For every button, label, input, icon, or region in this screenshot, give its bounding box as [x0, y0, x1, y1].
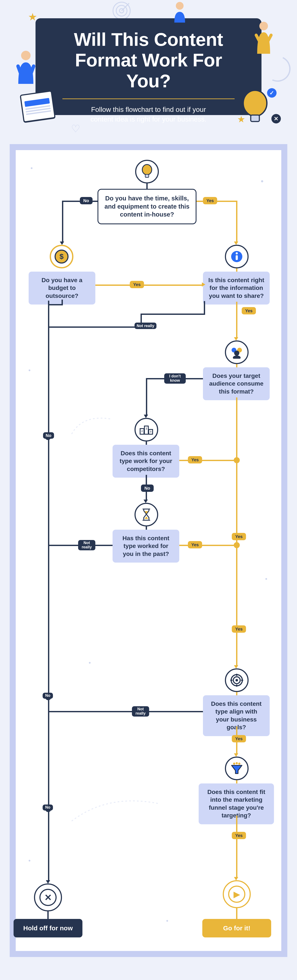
node-audience-text: Does your target audience consume this f… — [209, 372, 263, 395]
svg-point-8 — [259, 22, 268, 30]
node-info: Is this content right for the informatio… — [203, 272, 270, 304]
connector — [146, 378, 147, 416]
arrow-icon — [234, 665, 238, 668]
connector — [236, 302, 237, 338]
heart-bg-icon: ♡ — [71, 123, 80, 135]
node-funnel-text: Does this content fit into the marketing… — [207, 789, 265, 819]
arrow-icon — [202, 282, 205, 287]
svg-text:$: $ — [60, 252, 64, 261]
connector — [47, 912, 49, 919]
star-icon: ★ — [28, 11, 37, 23]
arrow-icon — [234, 242, 238, 245]
cross-icon: ✕ — [39, 889, 57, 906]
connector — [236, 200, 237, 243]
node-competitors: Does this content type work for your com… — [113, 445, 179, 477]
target-icon — [225, 668, 249, 692]
check-badge-icon: ✓ — [267, 88, 276, 98]
bg-dot — [29, 369, 30, 371]
connector — [236, 816, 237, 878]
bg-squiggle — [70, 791, 162, 826]
svg-point-18 — [236, 252, 238, 255]
big-lightbulb-icon — [239, 88, 271, 133]
info-icon — [225, 245, 249, 268]
node-start: Do you have the time, skills, and equipm… — [97, 189, 196, 224]
svg-rect-19 — [236, 255, 238, 260]
label-idk: I don't know — [164, 373, 186, 383]
subtitle-line-2: content idea is right for your business. — [91, 115, 207, 123]
svg-point-23 — [233, 355, 241, 359]
outcome-go-text: Go for it! — [223, 924, 251, 932]
connector — [204, 301, 205, 315]
connector — [49, 711, 203, 712]
arrow-icon — [144, 500, 148, 503]
arrow-icon — [234, 337, 238, 340]
person-left-icon — [12, 49, 40, 89]
outcome-go: Go for it! — [202, 919, 271, 937]
people-group-icon — [225, 340, 249, 364]
connector — [62, 200, 63, 243]
bg-squiggle — [70, 412, 113, 438]
node-audience: Does your target audience consume this f… — [203, 368, 270, 400]
node-past-text: Has this content type worked for you in … — [123, 535, 169, 557]
svg-point-37 — [233, 762, 235, 765]
connector — [236, 908, 237, 919]
label-no: No — [43, 432, 54, 439]
hold-off-disc: ✕ — [34, 883, 62, 912]
svg-point-4 — [176, 2, 184, 10]
outcome-hold-text: Hold off for now — [23, 924, 73, 932]
svg-point-5 — [21, 51, 30, 60]
bg-dot — [265, 578, 267, 580]
svg-rect-12 — [251, 115, 259, 121]
page-subtitle: Follow this flowchart to find out if you… — [53, 105, 244, 124]
label-yes: Yes — [130, 281, 144, 288]
connector — [48, 304, 62, 305]
title-divider — [62, 99, 235, 99]
bg-dot — [166, 920, 168, 922]
svg-point-32 — [235, 679, 238, 681]
connector — [62, 299, 63, 305]
svg-line-3 — [121, 3, 129, 11]
node-goals-text: Does this content type align with your b… — [211, 700, 262, 730]
hourglass-icon — [134, 503, 158, 527]
junction-dot — [234, 457, 240, 463]
arrow-icon — [234, 753, 238, 757]
node-budget-text: Do you have a budget to outsource? — [42, 277, 82, 299]
label-no: No — [80, 197, 93, 204]
node-info-text: Is this content right for the informatio… — [208, 277, 264, 299]
podium-icon: 123 — [134, 418, 158, 442]
arrow-icon — [234, 877, 238, 880]
connector — [49, 326, 142, 328]
arrow-icon — [144, 415, 148, 418]
subtitle-line-1: Follow this flowchart to find out if you… — [91, 106, 206, 113]
svg-point-39 — [238, 762, 240, 765]
title-line-1: Will This Content — [74, 29, 223, 50]
header-card: Will This Content Format Work For You? F… — [35, 18, 262, 115]
star-icon-2: ★ — [237, 114, 245, 124]
label-not-really: Not really — [134, 323, 156, 329]
dollar-coin-icon: $ — [50, 245, 73, 268]
person-right-icon — [251, 21, 276, 58]
connector — [141, 313, 205, 315]
connector — [48, 301, 49, 881]
label-yes: Yes — [232, 735, 246, 742]
lightbulb-icon — [135, 160, 159, 183]
label-yes: Yes — [188, 456, 202, 463]
header-area: ♡ Will This Content Format Work For You?… — [0, 0, 297, 138]
label-yes: Yes — [203, 197, 217, 204]
label-no: No — [141, 485, 154, 492]
bg-dot — [89, 662, 91, 663]
node-past: Has this content type worked for you in … — [113, 530, 179, 563]
label-no: No — [43, 805, 53, 811]
svg-point-38 — [236, 762, 238, 764]
label-yes: Yes — [188, 541, 202, 548]
bg-dot — [31, 167, 32, 169]
title-line-2: Format Work For You? — [75, 50, 222, 91]
node-competitors-text: Does this content type work for your com… — [120, 450, 172, 472]
label-yes: Yes — [232, 533, 246, 540]
svg-point-13 — [142, 164, 152, 175]
svg-point-11 — [243, 90, 267, 116]
label-yes: Yes — [232, 625, 246, 633]
junction-dot — [234, 542, 240, 548]
webpage-icon — [20, 90, 56, 123]
outcome-hold: Hold off for now — [14, 919, 82, 937]
